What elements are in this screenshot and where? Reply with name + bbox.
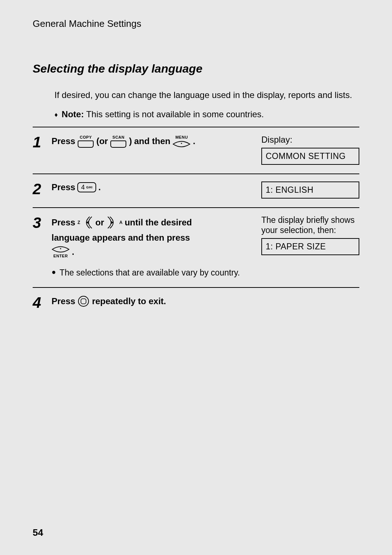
key-4: 4 GHI xyxy=(77,182,96,192)
stop-key-icon xyxy=(77,295,90,307)
period: . xyxy=(98,181,101,193)
document-page: General Machine Settings Selecting the d… xyxy=(0,0,392,555)
press-label: Press xyxy=(52,295,75,307)
key-4-letters: GHI xyxy=(86,185,93,189)
press-label: Press xyxy=(52,135,75,147)
chapter-header: General Machine Settings xyxy=(33,18,359,29)
right-arrow-key xyxy=(106,215,117,230)
display-box: 1: PAPER SIZE xyxy=(261,238,359,255)
diamond-icon: ♦ xyxy=(54,111,58,119)
step-number: 3 xyxy=(33,215,52,278)
bullet-line: ● The selections that are available vary… xyxy=(52,267,254,278)
enter-key-label: ENTER xyxy=(53,253,68,259)
enter-key: ENTER xyxy=(52,245,70,259)
step-display-empty xyxy=(261,295,359,310)
eye-key-icon xyxy=(172,140,191,148)
a-label: A xyxy=(119,220,123,225)
step-3: 3 Press Z or A until the desired xyxy=(33,208,359,288)
page-number: 54 xyxy=(33,527,43,538)
svg-point-1 xyxy=(60,248,61,249)
display-note: The display briefly shows your selection… xyxy=(261,215,359,235)
step-display: 1: ENGLISH xyxy=(261,181,359,199)
rounded-key-icon xyxy=(77,140,94,148)
menu-key-label: MENU xyxy=(175,135,188,140)
step-number: 2 xyxy=(33,181,52,199)
display-label: Display: xyxy=(261,135,359,145)
scan-key: SCAN xyxy=(110,135,127,148)
svg-point-0 xyxy=(181,143,182,144)
note-text: This setting is not available in some co… xyxy=(86,109,264,119)
and-then: and then xyxy=(134,135,170,147)
bullet-icon: ● xyxy=(52,267,56,278)
repeatedly-exit: repeatedly to exit. xyxy=(92,295,166,307)
rounded-key-icon xyxy=(110,140,127,148)
display-box: COMMON SETTING xyxy=(261,148,359,165)
step-1: 1 Press COPY (or SCAN xyxy=(33,127,359,174)
display-box: 1: ENGLISH xyxy=(261,181,359,199)
svg-point-2 xyxy=(78,296,89,306)
step-number: 1 xyxy=(33,135,52,165)
line2: language appears and then press xyxy=(52,232,190,244)
eye-key-icon xyxy=(52,245,70,253)
left-arrow-key xyxy=(82,215,93,230)
step-4: 4 Press repeatedly to exit. xyxy=(33,288,359,319)
z-label: Z xyxy=(77,220,80,225)
press-label: Press xyxy=(52,181,75,193)
step-2: 2 Press 4 GHI . 1: ENGLISH xyxy=(33,174,359,208)
step-body: Press Z or A until the desired language … xyxy=(52,215,261,278)
bullet-text: The selections that are available vary b… xyxy=(60,267,240,278)
note-prefix: Note: xyxy=(62,109,84,119)
svg-marker-3 xyxy=(81,299,86,304)
key-4-digit: 4 xyxy=(81,183,85,192)
press-label: Press xyxy=(52,217,75,228)
step-display: Display: COMMON SETTING xyxy=(261,135,359,165)
period: . xyxy=(193,135,195,147)
step-body: Press 4 GHI . xyxy=(52,181,261,199)
step-number: 4 xyxy=(33,295,52,310)
until-desired: until the desired xyxy=(124,217,192,228)
or-open: (or xyxy=(96,135,108,147)
step-body: Press repeatedly to exit. xyxy=(52,295,261,310)
step-display: The display briefly shows your selection… xyxy=(261,215,359,278)
copy-key-label: COPY xyxy=(80,135,92,140)
section-title: Selecting the display language xyxy=(33,62,359,76)
intro-paragraph: If desired, you can change the language … xyxy=(54,89,359,101)
steps-list: 1 Press COPY (or SCAN xyxy=(33,127,359,319)
menu-key: MENU xyxy=(172,135,191,148)
period: . xyxy=(72,246,74,258)
copy-key: COPY xyxy=(77,135,94,148)
or-label: or xyxy=(95,217,104,228)
step-body: Press COPY (or SCAN ) xyxy=(52,135,261,165)
paren-close: ) xyxy=(129,135,132,147)
scan-key-label: SCAN xyxy=(113,135,124,140)
note-line: ♦ Note: This setting is not available in… xyxy=(54,109,359,119)
